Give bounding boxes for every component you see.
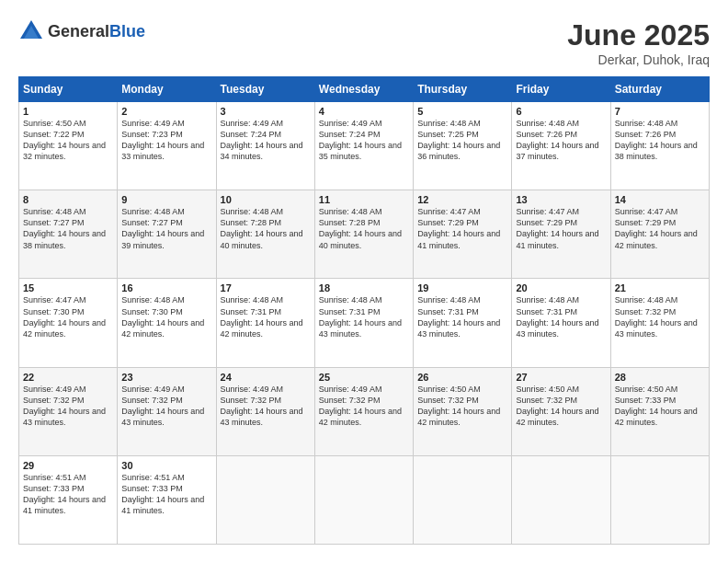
daylight-label: Daylight: 14 hours and 43 minutes. (615, 318, 698, 339)
calendar-week-4: 22 Sunrise: 4:49 AM Sunset: 7:32 PM Dayl… (19, 367, 710, 455)
day-info: Sunrise: 4:48 AM Sunset: 7:27 PM Dayligh… (23, 206, 113, 251)
page: GeneralBlue June 2025 Derkar, Duhok, Ira… (0, 0, 728, 563)
daylight-label: Daylight: 14 hours and 41 minutes. (516, 229, 598, 249)
sunset-label: Sunset: 7:33 PM (615, 396, 677, 405)
sunrise-label: Sunrise: 4:47 AM (417, 207, 481, 216)
sunrise-label: Sunrise: 4:48 AM (319, 295, 382, 304)
table-row: 11 Sunrise: 4:48 AM Sunset: 7:28 PM Dayl… (314, 190, 413, 279)
day-number: 27 (516, 372, 606, 383)
col-friday: Friday (512, 77, 610, 102)
day-number: 22 (23, 372, 113, 383)
day-number: 5 (417, 106, 507, 117)
sunrise-label: Sunrise: 4:47 AM (615, 207, 678, 216)
day-number: 25 (319, 372, 409, 383)
day-number: 24 (221, 372, 311, 383)
calendar-week-2: 8 Sunrise: 4:48 AM Sunset: 7:27 PM Dayli… (19, 190, 710, 279)
sunrise-label: Sunrise: 4:50 AM (615, 385, 678, 394)
daylight-label: Daylight: 14 hours and 35 minutes. (319, 141, 402, 161)
table-row: 14 Sunrise: 4:47 AM Sunset: 7:29 PM Dayl… (610, 190, 709, 279)
table-row: 2 Sunrise: 4:49 AM Sunset: 7:23 PM Dayli… (118, 102, 216, 190)
sunrise-label: Sunrise: 4:51 AM (23, 473, 86, 482)
day-number: 1 (23, 106, 113, 117)
day-number: 26 (417, 372, 507, 383)
daylight-label: Daylight: 14 hours and 40 minutes. (221, 229, 303, 249)
day-number: 16 (121, 282, 211, 293)
sunset-label: Sunset: 7:29 PM (417, 218, 479, 227)
sunrise-label: Sunrise: 4:48 AM (516, 119, 579, 128)
table-row: 1 Sunrise: 4:50 AM Sunset: 7:22 PM Dayli… (19, 102, 118, 190)
table-row: 25 Sunrise: 4:49 AM Sunset: 7:32 PM Dayl… (314, 367, 413, 455)
daylight-label: Daylight: 14 hours and 42 minutes. (23, 318, 106, 339)
sunrise-label: Sunrise: 4:49 AM (319, 385, 382, 394)
sunrise-label: Sunrise: 4:48 AM (417, 295, 481, 304)
daylight-label: Daylight: 14 hours and 41 minutes. (121, 495, 204, 515)
day-number: 11 (319, 194, 409, 205)
sunrise-label: Sunrise: 4:50 AM (417, 385, 481, 394)
day-number: 17 (221, 282, 311, 293)
day-info: Sunrise: 4:48 AM Sunset: 7:26 PM Dayligh… (615, 118, 705, 163)
day-info: Sunrise: 4:49 AM Sunset: 7:32 PM Dayligh… (23, 384, 113, 429)
table-row: 23 Sunrise: 4:49 AM Sunset: 7:32 PM Dayl… (118, 367, 216, 455)
sunset-label: Sunset: 7:24 PM (221, 130, 282, 139)
col-tuesday: Tuesday (216, 77, 314, 102)
sunrise-label: Sunrise: 4:51 AM (121, 473, 185, 482)
calendar-week-3: 15 Sunrise: 4:47 AM Sunset: 7:30 PM Dayl… (19, 279, 710, 367)
table-row: 18 Sunrise: 4:48 AM Sunset: 7:31 PM Dayl… (314, 279, 413, 367)
sunset-label: Sunset: 7:29 PM (615, 218, 677, 227)
header: GeneralBlue June 2025 Derkar, Duhok, Ira… (18, 18, 710, 67)
sunset-label: Sunset: 7:28 PM (221, 218, 282, 227)
table-row: 30 Sunrise: 4:51 AM Sunset: 7:33 PM Dayl… (118, 455, 216, 544)
day-number: 4 (319, 106, 409, 117)
sunrise-label: Sunrise: 4:48 AM (23, 207, 86, 216)
sunset-label: Sunset: 7:22 PM (23, 130, 85, 139)
sunset-label: Sunset: 7:33 PM (121, 484, 183, 493)
sunset-label: Sunset: 7:31 PM (319, 307, 381, 316)
day-number: 29 (23, 460, 113, 471)
table-row: 17 Sunrise: 4:48 AM Sunset: 7:31 PM Dayl… (216, 279, 314, 367)
sunset-label: Sunset: 7:23 PM (121, 130, 183, 139)
daylight-label: Daylight: 14 hours and 34 minutes. (221, 141, 303, 161)
day-number: 2 (121, 106, 211, 117)
daylight-label: Daylight: 14 hours and 43 minutes. (319, 318, 402, 339)
sunset-label: Sunset: 7:28 PM (319, 218, 381, 227)
col-thursday: Thursday (414, 77, 512, 102)
daylight-label: Daylight: 14 hours and 42 minutes. (221, 318, 303, 339)
logo: GeneralBlue (18, 18, 145, 44)
day-info: Sunrise: 4:47 AM Sunset: 7:30 PM Dayligh… (23, 294, 113, 339)
sunset-label: Sunset: 7:27 PM (23, 218, 85, 227)
day-info: Sunrise: 4:47 AM Sunset: 7:29 PM Dayligh… (417, 206, 507, 251)
table-row: 21 Sunrise: 4:48 AM Sunset: 7:32 PM Dayl… (610, 279, 709, 367)
day-info: Sunrise: 4:49 AM Sunset: 7:32 PM Dayligh… (221, 384, 311, 429)
day-info: Sunrise: 4:49 AM Sunset: 7:24 PM Dayligh… (319, 118, 409, 163)
day-info: Sunrise: 4:49 AM Sunset: 7:32 PM Dayligh… (121, 384, 211, 429)
day-number: 10 (221, 194, 311, 205)
sunset-label: Sunset: 7:32 PM (121, 396, 183, 405)
table-row: 12 Sunrise: 4:47 AM Sunset: 7:29 PM Dayl… (414, 190, 512, 279)
day-number: 13 (516, 194, 606, 205)
day-number: 14 (615, 194, 705, 205)
sunset-label: Sunset: 7:24 PM (319, 130, 381, 139)
logo-general: General (48, 22, 109, 40)
logo-blue: Blue (109, 22, 145, 40)
day-info: Sunrise: 4:48 AM Sunset: 7:30 PM Dayligh… (121, 294, 211, 339)
daylight-label: Daylight: 14 hours and 43 minutes. (516, 318, 598, 339)
col-saturday: Saturday (610, 77, 709, 102)
table-row: 24 Sunrise: 4:49 AM Sunset: 7:32 PM Dayl… (216, 367, 314, 455)
sunrise-label: Sunrise: 4:49 AM (319, 119, 382, 128)
table-row: 10 Sunrise: 4:48 AM Sunset: 7:28 PM Dayl… (216, 190, 314, 279)
col-wednesday: Wednesday (314, 77, 413, 102)
day-number: 18 (319, 282, 409, 293)
daylight-label: Daylight: 14 hours and 41 minutes. (417, 229, 500, 249)
table-row (512, 455, 610, 544)
sunrise-label: Sunrise: 4:50 AM (23, 119, 86, 128)
sunset-label: Sunset: 7:25 PM (417, 130, 479, 139)
day-info: Sunrise: 4:49 AM Sunset: 7:24 PM Dayligh… (221, 118, 311, 163)
table-row: 5 Sunrise: 4:48 AM Sunset: 7:25 PM Dayli… (414, 102, 512, 190)
table-row: 8 Sunrise: 4:48 AM Sunset: 7:27 PM Dayli… (19, 190, 118, 279)
day-number: 28 (615, 372, 705, 383)
table-row (414, 455, 512, 544)
sunset-label: Sunset: 7:32 PM (417, 396, 479, 405)
day-number: 7 (615, 106, 705, 117)
sunset-label: Sunset: 7:32 PM (23, 396, 85, 405)
table-row: 3 Sunrise: 4:49 AM Sunset: 7:24 PM Dayli… (216, 102, 314, 190)
